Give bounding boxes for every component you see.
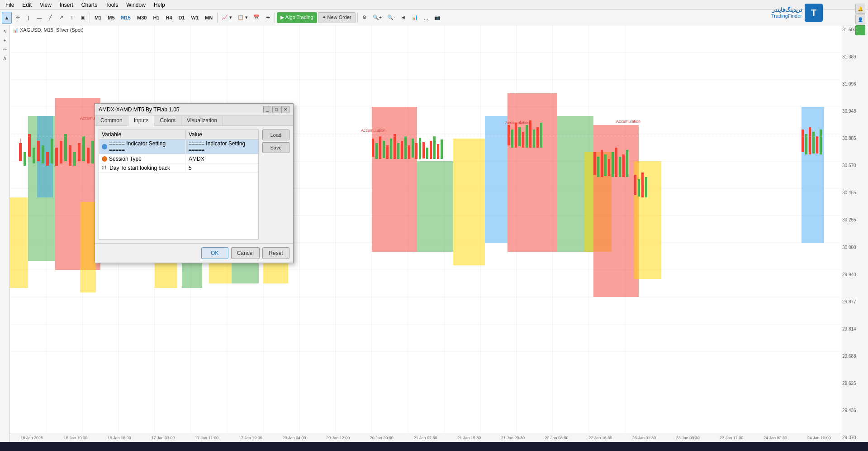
tool-vertical-line[interactable]: | bbox=[24, 12, 33, 24]
chart-period[interactable]: 📅 bbox=[251, 12, 262, 24]
svg-rect-116 bbox=[518, 127, 521, 146]
bell-icon[interactable]: 🔔 bbox=[855, 4, 865, 14]
chart-template[interactable]: 📋 ▾ bbox=[235, 12, 250, 24]
svg-rect-135 bbox=[641, 173, 644, 197]
chart-grid[interactable]: ⊞ bbox=[398, 12, 408, 24]
minimize-button[interactable]: _ bbox=[263, 106, 271, 113]
modal-content: Variable Value ===== Indicator Setting =… bbox=[95, 126, 293, 243]
price-label: 31.389 bbox=[842, 54, 867, 59]
tf-m15[interactable]: M15 bbox=[119, 13, 133, 23]
menu-insert[interactable]: Insert bbox=[56, 1, 77, 9]
svg-rect-107 bbox=[422, 142, 425, 158]
lt-text[interactable]: A bbox=[1, 54, 9, 62]
menu-edit[interactable]: Edit bbox=[19, 1, 35, 9]
tab-inputs[interactable]: Inputs bbox=[128, 115, 155, 126]
tool-line[interactable]: ╱ bbox=[45, 12, 55, 24]
svg-rect-133 bbox=[634, 175, 636, 195]
svg-rect-85 bbox=[453, 139, 485, 265]
price-label: 29.688 bbox=[842, 354, 867, 359]
svg-rect-142 bbox=[820, 130, 822, 154]
variable-label: ===== Indicator Setting ===== bbox=[109, 140, 183, 153]
svg-rect-141 bbox=[816, 136, 818, 154]
tool-cursor[interactable]: ▲ bbox=[2, 12, 12, 24]
chart-icon: 📊 bbox=[13, 28, 18, 33]
td-value[interactable]: 5 bbox=[186, 164, 258, 172]
svg-rect-131 bbox=[622, 154, 625, 177]
time-label: 21 Jan 07:30 bbox=[403, 436, 447, 440]
lt-crosshair[interactable]: + bbox=[1, 36, 9, 44]
tool-text[interactable]: T bbox=[67, 12, 77, 24]
price-label: 30.948 bbox=[842, 109, 867, 114]
algo-trading-button[interactable]: ▶ Algo Trading bbox=[277, 12, 317, 23]
table-row[interactable]: 01 Day To start looking back 5 bbox=[99, 163, 258, 173]
tf-m1[interactable]: M1 bbox=[92, 13, 104, 23]
tab-visualization[interactable]: Visualization bbox=[181, 115, 223, 125]
svg-rect-129 bbox=[615, 148, 617, 177]
svg-rect-97 bbox=[386, 145, 389, 159]
menu-help[interactable]: Help bbox=[150, 1, 169, 9]
right-icons: 🔔 👤 bbox=[855, 4, 865, 35]
menu-charts[interactable]: Charts bbox=[78, 1, 101, 9]
tf-m30[interactable]: M30 bbox=[134, 13, 149, 23]
tool-crosshair[interactable]: ✛ bbox=[13, 12, 23, 24]
time-label: 23 Jan 09:30 bbox=[666, 436, 710, 440]
time-label: 16 Jan 10:00 bbox=[54, 436, 98, 440]
svg-rect-39 bbox=[28, 134, 31, 157]
load-button[interactable]: Load bbox=[262, 130, 289, 140]
menu-window[interactable]: Window bbox=[123, 1, 149, 9]
svg-rect-44 bbox=[51, 139, 53, 163]
td-value[interactable]: AMDX bbox=[186, 155, 258, 163]
close-button[interactable]: ✕ bbox=[281, 106, 289, 113]
svg-rect-49 bbox=[73, 152, 76, 166]
zoom-out[interactable]: 🔍- bbox=[385, 12, 398, 24]
svg-rect-130 bbox=[619, 157, 621, 177]
tool-arrow[interactable]: ↗ bbox=[56, 12, 66, 24]
tool-hline[interactable]: — bbox=[34, 12, 44, 24]
user-icon[interactable]: 👤 bbox=[855, 14, 865, 24]
screenshot[interactable]: 📷 bbox=[432, 12, 443, 24]
tf-mn[interactable]: MN bbox=[202, 13, 215, 23]
cancel-button[interactable]: Cancel bbox=[231, 247, 260, 259]
tf-name-arabic: تریدینگ‌فایندر bbox=[771, 7, 802, 13]
tf-d1[interactable]: D1 bbox=[176, 13, 188, 23]
svg-rect-50 bbox=[78, 143, 81, 161]
time-label: 17 Jan 11:00 bbox=[185, 436, 229, 440]
chart-volumes[interactable]: 📊 bbox=[409, 12, 420, 24]
menu-tools[interactable]: Tools bbox=[102, 1, 122, 9]
chart-type-selector[interactable]: 📈 ▾ bbox=[219, 12, 234, 24]
tf-h4[interactable]: H4 bbox=[163, 13, 175, 23]
maximize-button[interactable]: □ bbox=[272, 106, 280, 113]
tool-shapes[interactable]: ▣ bbox=[78, 12, 88, 24]
lt-cursor[interactable]: ↖ bbox=[1, 27, 9, 35]
svg-rect-34 bbox=[80, 202, 96, 293]
chart-more[interactable]: … bbox=[421, 12, 431, 24]
lt-draw[interactable]: ✏ bbox=[1, 45, 9, 53]
tab-colors[interactable]: Colors bbox=[154, 115, 181, 125]
new-order-button[interactable]: ✦ New Order bbox=[318, 12, 356, 23]
reset-button[interactable]: Reset bbox=[262, 247, 289, 259]
price-label: 29.877 bbox=[842, 299, 867, 304]
tf-h1[interactable]: H1 bbox=[150, 13, 162, 23]
variable-label: Session Type bbox=[109, 156, 142, 162]
zoom-in[interactable]: 🔍+ bbox=[370, 12, 384, 24]
tf-w1[interactable]: W1 bbox=[189, 13, 202, 23]
table-row[interactable]: Session Type AMDX bbox=[99, 154, 258, 163]
svg-rect-98 bbox=[390, 139, 392, 159]
ok-button[interactable]: OK bbox=[201, 247, 228, 259]
svg-rect-106 bbox=[419, 138, 421, 159]
save-button[interactable]: Save bbox=[262, 142, 289, 153]
svg-rect-51 bbox=[82, 136, 85, 161]
tf-m5[interactable]: M5 bbox=[105, 13, 117, 23]
price-label: 30.255 bbox=[842, 217, 867, 222]
price-scale: 31.500 31.389 31.096 30.948 30.885 30.57… bbox=[841, 25, 868, 442]
header-variable: Variable bbox=[99, 130, 186, 139]
tab-common[interactable]: Common bbox=[95, 115, 128, 125]
expert-settings[interactable]: ⚙ bbox=[360, 12, 370, 24]
menu-view[interactable]: View bbox=[36, 1, 55, 9]
price-label: 29.625 bbox=[842, 381, 867, 386]
svg-rect-53 bbox=[91, 141, 94, 163]
chart-arrows[interactable]: ⬌ bbox=[263, 12, 273, 24]
menu-file[interactable]: File bbox=[2, 1, 18, 9]
time-label: 16 Jan 2025 bbox=[10, 436, 54, 440]
price-label: 29.436 bbox=[842, 408, 867, 413]
